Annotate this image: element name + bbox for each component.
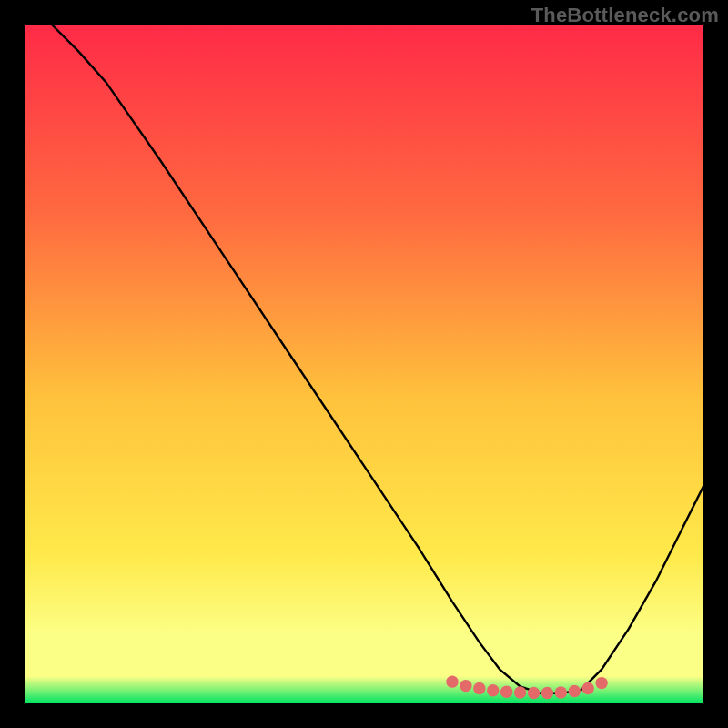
marker-dot (569, 685, 581, 697)
gradient-background (25, 25, 703, 703)
marker-dot (514, 686, 526, 698)
chart-frame: TheBottleneck.com (0, 0, 728, 728)
marker-dot (473, 682, 485, 694)
marker-dot (446, 675, 458, 687)
marker-dot (487, 684, 499, 696)
marker-dot (581, 682, 593, 694)
marker-dot (555, 686, 567, 698)
plot-area (25, 25, 703, 703)
marker-dot (595, 677, 607, 689)
marker-dot (500, 686, 512, 698)
plot-svg (25, 25, 703, 703)
marker-dot (541, 687, 553, 699)
marker-dot (528, 687, 540, 699)
marker-dot (460, 680, 471, 692)
